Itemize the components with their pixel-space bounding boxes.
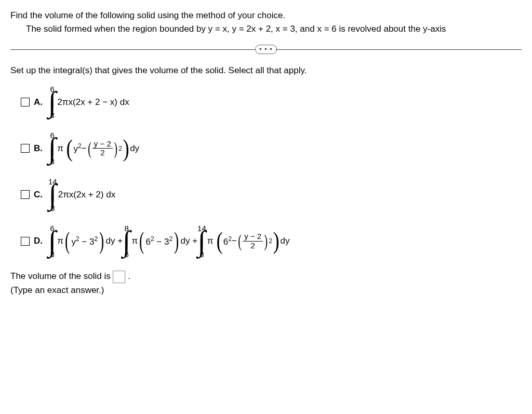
section-divider: • • • (10, 45, 522, 54)
pi-b: π (57, 143, 63, 154)
checkbox-d[interactable] (21, 237, 30, 246)
paren-left: ( (88, 142, 91, 155)
dy-d3: dy (281, 236, 290, 246)
integral-sign: ∫ (48, 92, 56, 112)
paren-left: ( (65, 233, 70, 249)
minus: − (82, 143, 87, 154)
paren-left: ( (139, 233, 144, 249)
fraction-b: y − 2 2 (92, 140, 113, 157)
pi-d2: π (131, 236, 138, 246)
integral-sign: ∫ (49, 184, 57, 205)
checkbox-c[interactable] (21, 190, 30, 199)
expand-button[interactable]: • • • (255, 45, 277, 54)
bracket-left: ( (66, 140, 73, 157)
options-container: A. 6 ∫ 3 2πx(2x + 2 − x) dx B. 6 ∫ 3 π (… (21, 85, 522, 258)
option-a-math: 6 ∫ 3 2πx(2x + 2 − x) dx (48, 85, 129, 119)
int-c-lower: 3 (50, 204, 55, 212)
integral-sign: ∫ (48, 138, 56, 158)
volume-answer-input[interactable] (113, 271, 125, 283)
frac-den: 2 (249, 242, 257, 250)
label-b: B. (34, 143, 43, 154)
checkbox-a[interactable] (21, 98, 30, 106)
option-c-row: C. 14 ∫ 3 2πx(2x + 2) dx (21, 178, 522, 211)
integral-sign: ∫ (198, 231, 206, 251)
option-c-body: 2πx(2x + 2) dx (58, 190, 115, 200)
integral-sign: ∫ (123, 231, 130, 251)
int-b-lower: 3 (50, 157, 55, 165)
pi-d3: π (207, 236, 214, 246)
bracket-right: ) (123, 140, 129, 157)
divider-line-right (276, 49, 522, 50)
checkbox-b[interactable] (21, 144, 30, 153)
int-d2-lower: 6 (125, 250, 129, 258)
int-a-lower: 3 (50, 111, 55, 119)
label-c: C. (34, 190, 43, 200)
option-c-math: 14 ∫ 3 2πx(2x + 2) dx (48, 178, 115, 211)
paren-right: ) (114, 142, 117, 155)
int-d3-lower: 8 (200, 250, 204, 258)
label-d: D. (34, 236, 43, 246)
fraction-d3: y − 2 2 (243, 232, 263, 250)
divider-line-left (10, 49, 256, 50)
question-intro: Find the volume of the following solid u… (10, 10, 522, 21)
frac-den: 2 (99, 149, 106, 157)
int-d1-lower: 3 (50, 250, 55, 258)
dy-d1: dy + (105, 236, 123, 246)
d3-6sq: 62 (223, 235, 232, 247)
outer-sup: 2 (118, 145, 122, 152)
option-d-row: D. 6 ∫ 3 π ( y2 − 32 ) dy + 8 ∫ 6 π ( 62… (21, 224, 522, 258)
answer-section: The volume of the solid is . (Type an ex… (10, 271, 522, 296)
frac-num: y − 2 (243, 232, 263, 242)
outer-sup: 2 (269, 237, 273, 245)
label-a: A. (34, 97, 43, 108)
integral-instruction: Set up the integral(s) that gives the vo… (10, 65, 522, 76)
integral-sign: ∫ (48, 231, 56, 251)
y-sq: y2 (73, 142, 81, 154)
minus: − (232, 236, 237, 246)
option-d-math: 6 ∫ 3 π ( y2 − 32 ) dy + 8 ∫ 6 π ( 62 − … (48, 224, 290, 258)
bracket-right: ) (273, 233, 280, 249)
option-b-math: 6 ∫ 3 π ( y2 − ( y − 2 2 ) 2 ) dy (48, 131, 139, 165)
volume-prefix: The volume of the solid is (10, 271, 113, 281)
frac-num: y − 2 (92, 140, 113, 149)
question-detail: The solid formed when the region bounded… (26, 24, 522, 34)
dy-b: dy (130, 143, 139, 154)
d2-in: 62 − 32 (145, 235, 172, 247)
answer-hint: (Type an exact answer.) (10, 285, 522, 296)
d1-in: y2 − 32 (71, 235, 98, 247)
option-a-body: 2πx(2x + 2 − x) dx (57, 97, 129, 108)
paren-right: ) (99, 233, 104, 249)
bracket-left: ( (216, 233, 222, 249)
paren-right: ) (264, 235, 268, 247)
paren-right: ) (174, 233, 179, 249)
option-a-row: A. 6 ∫ 3 2πx(2x + 2 − x) dx (21, 85, 522, 119)
option-b-row: B. 6 ∫ 3 π ( y2 − ( y − 2 2 ) 2 ) dy (21, 131, 522, 165)
volume-suffix: . (128, 271, 130, 281)
paren-left: ( (238, 235, 242, 247)
dy-d2: dy + (180, 236, 197, 246)
pi-d1: π (57, 236, 63, 246)
